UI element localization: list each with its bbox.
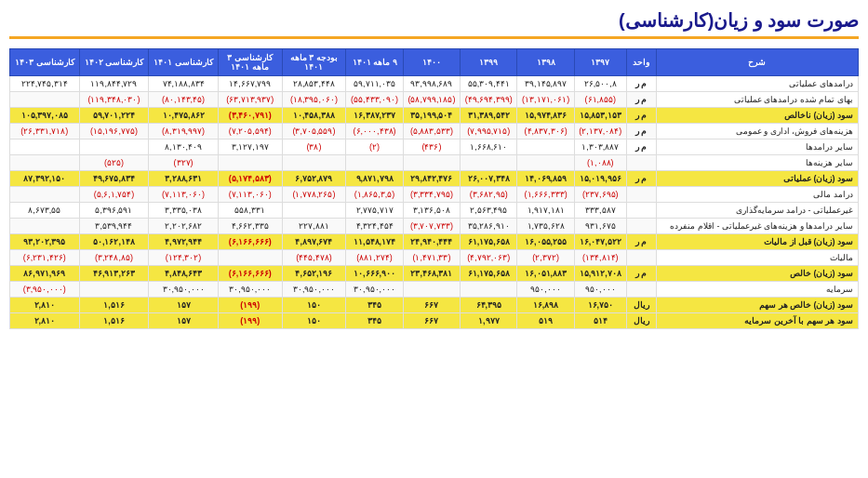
row-value: [282, 155, 346, 171]
row-value: ۹۳,۹۹۸,۶۸۹: [403, 76, 460, 92]
row-value: (۲,۱۳۷,۰۸۴): [574, 124, 626, 139]
row-unit: ریال: [626, 298, 656, 313]
row-value: [461, 282, 517, 298]
row-label: سایر درامدها: [656, 139, 858, 155]
row-value: (۴,۷۹۲,۰۶۳): [461, 250, 517, 266]
row-value: ۳۰,۹۵۰,۰۰۰: [282, 282, 346, 298]
row-value: ۷۴,۱۸۸,۸۳۴: [149, 76, 219, 92]
row-value: (۱,۶۶۶,۳۳۳): [517, 187, 574, 203]
row-value: (۶۳,۷۱۳,۹۳۷): [218, 92, 282, 108]
row-unit: م ر: [626, 76, 656, 92]
row-value: (۳,۷۰۷,۷۳۳): [403, 219, 460, 234]
row-value: (۵,۶,۱,۷۵۴): [79, 187, 149, 203]
row-value: (۲): [346, 139, 403, 155]
row-value: [10, 155, 80, 171]
row-value: ۱۶,۰۵۱,۸۸۳: [517, 266, 574, 282]
row-value: (۴۳۶): [403, 139, 460, 155]
row-value: (۱۳۴,۸۱۴): [574, 250, 626, 266]
row-value: (۳,۳۳۴,۷۹۵): [403, 187, 460, 203]
table-body: درامدهای عملیاتیم ر۲۶,۵۰۰,۸۳۹,۱۴۵,۸۹۷۵۵,…: [10, 76, 859, 329]
col-header-unit: واحد: [626, 49, 656, 76]
row-value: ۳۰,۹۵۰,۰۰۰: [218, 282, 282, 298]
row-value: ۶۴,۳۹۵: [461, 298, 517, 313]
row-unit: م ر: [626, 124, 656, 139]
row-value: (۲,۳۷۲): [517, 250, 574, 266]
row-value: ۳۴۵: [346, 298, 403, 313]
col-header-budget: بودجه ۳ ماهه۱۴۰۱: [282, 49, 346, 76]
row-value: (۸۰,۱۴۳,۴۵): [149, 92, 219, 108]
row-value: ۲۹,۸۴۲,۴۷۶: [403, 171, 460, 187]
table-row: سود (زیان) قبل از مالیاتم ر۱۶,۰۴۷,۵۲۲۱۶,…: [10, 234, 859, 250]
table-row: سود (زیان) خالصم ر۱۵,۹۱۲,۷۰۸۱۶,۰۵۱,۸۸۳۶۱…: [10, 266, 859, 282]
row-label: سود (زیان) خالص هر سهم: [656, 298, 858, 313]
row-unit: م ر: [626, 266, 656, 282]
row-value: ۳۹,۱۴۵,۸۹۷: [517, 76, 574, 92]
row-value: ۳,۲۸۸,۶۳۱: [149, 171, 219, 187]
row-label: سود (زیان) عملیاتی: [656, 171, 858, 187]
row-value: [517, 139, 574, 155]
row-value: (۵۸,۷۹۹,۱۸۵): [403, 92, 460, 108]
row-value: ۳۴۵: [346, 313, 403, 329]
row-value: (۱۲۴,۳۰۲): [149, 250, 219, 266]
row-value: ۴,۳۲۴,۴۵۴: [346, 219, 403, 234]
table-header-row: شرح واحد ۱۳۹۷ ۱۳۹۸ ۱۳۹۹ ۱۴۰۰ ۹ ماهه ۱۴۰۱…: [10, 49, 859, 76]
row-value: ۹۵۰,۰۰۰: [517, 282, 574, 298]
row-value: (۱,۰۸۸): [574, 155, 626, 171]
row-value: (۴۴۵,۴۷۸): [282, 250, 346, 266]
col-header-exp-1403: کارشناسی ۱۴۰۳: [10, 49, 80, 76]
col-header-1398: ۱۳۹۸: [517, 49, 574, 76]
page-container: صورت سود و زیان(کارشناسی) شرح واحد ۱۳۹۷ …: [0, 0, 868, 478]
row-value: ۱۶,۷۵۰: [574, 298, 626, 313]
row-value: (۱۹۹): [218, 298, 282, 313]
row-value: ۵۰,۱۶۲,۱۴۸: [79, 234, 149, 250]
col-header-description: شرح: [656, 49, 858, 76]
row-label: سود (زیان) خالص: [656, 266, 858, 282]
row-value: [218, 250, 282, 266]
row-unit: ریال: [626, 313, 656, 329]
row-unit: م ر: [626, 234, 656, 250]
row-value: ۸۷,۳۹۲,۱۵۰: [10, 171, 80, 187]
row-value: ۳۵,۱۹۹,۵۰۴: [403, 108, 460, 124]
row-value: ۲۶,۵۰۰,۸: [574, 76, 626, 92]
page-title: صورت سود و زیان(کارشناسی): [9, 9, 859, 39]
row-value: ۹۳۱,۶۷۵: [574, 219, 626, 234]
row-label: درامدهای عملیاتی: [656, 76, 858, 92]
row-value: ۳۵,۲۸۶,۹۱۰: [461, 219, 517, 234]
row-value: ۲,۵۶۳,۴۹۵: [461, 203, 517, 219]
row-value: ۲,۷۷۵,۷۱۷: [346, 203, 403, 219]
row-value: ۳۱,۳۸۹,۵۴۲: [461, 108, 517, 124]
table-row: غیرعملیاتی - درامد سرمایه‌گذاری۳۳۳,۵۸۷۱,…: [10, 203, 859, 219]
row-value: ۶۱,۱۷۵,۶۵۸: [461, 266, 517, 282]
row-value: [517, 155, 574, 171]
row-label: سرمایه: [656, 282, 858, 298]
row-value: ۵۱۴: [574, 313, 626, 329]
row-value: [79, 282, 149, 298]
row-value: ۱۰,۴۷۵,۸۶۲: [149, 108, 219, 124]
row-value: ۳,۵۳۹,۹۴۴: [79, 219, 149, 234]
table-row: سایر درامدها و هزینه‌های غیرعملیاتی - اق…: [10, 219, 859, 234]
row-value: ۳۰,۹۵۰,۰۰۰: [149, 282, 219, 298]
row-value: ۸,۱۳۰,۴۰۹: [149, 139, 219, 155]
row-value: (۶,۲۳۱,۴۲۶): [10, 250, 80, 266]
row-value: ۱۰,۶۶۶,۹۰۰: [346, 266, 403, 282]
row-value: ۲۳,۴۶۸,۳۸۱: [403, 266, 460, 282]
row-value: ۱۵,۸۵۳,۱۵۳: [574, 108, 626, 124]
row-value: ۶۱,۱۷۵,۶۵۸: [461, 234, 517, 250]
row-value: ۱,۶۶۸,۶۱۰: [461, 139, 517, 155]
col-header-9m-1401: ۹ ماهه ۱۴۰۱: [346, 49, 403, 76]
row-value: [403, 155, 460, 171]
table-row: درامد مالی(۲۳۷,۶۹۵)(۱,۶۶۶,۳۳۳)(۳,۶۸۲,۹۵)…: [10, 187, 859, 203]
row-value: ۴,۹۷۲,۹۴۴: [149, 234, 219, 250]
row-value: ۳۳۳,۵۸۷: [574, 203, 626, 219]
row-value: (۵۲۵): [79, 155, 149, 171]
row-unit: م ر: [626, 92, 656, 108]
row-value: ۱,۹۱۷,۱۸۱: [517, 203, 574, 219]
row-value: (۱۱۹,۳۴۸,۰۳۰): [79, 92, 149, 108]
row-value: ۵۹,۷۱۱,۰۳۵: [346, 76, 403, 92]
row-unit: م ر: [626, 139, 656, 155]
row-value: ۴,۶۵۲,۱۹۶: [282, 266, 346, 282]
row-value: ۲,۲۰۲,۶۸۲: [149, 219, 219, 234]
row-value: ۵۱۹: [517, 313, 574, 329]
row-value: ۱۶,۳۸۷,۲۳۷: [346, 108, 403, 124]
col-header-1399: ۱۳۹۹: [461, 49, 517, 76]
